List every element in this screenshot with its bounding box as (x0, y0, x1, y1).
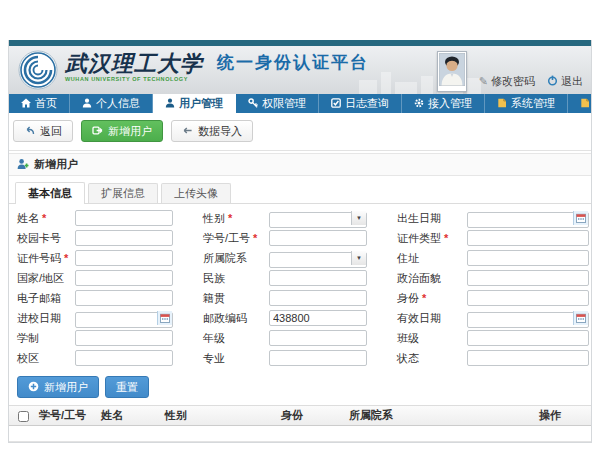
field-label-birth-date: 出生日期 (367, 209, 467, 227)
required-asterisk: * (64, 252, 68, 264)
column-header-1: 姓名 (97, 406, 161, 426)
field-label-id-type: 证件类型* (367, 229, 467, 247)
users-table: 学号/工号姓名性别身份所属院系操作 (9, 405, 591, 442)
field-label-schooling-length: 学制 (17, 329, 75, 347)
change-password-label: 修改密码 (491, 74, 535, 89)
birth-date-input[interactable] (467, 212, 589, 228)
field-label-status: 状态 (367, 349, 467, 367)
country-region-input[interactable] (75, 270, 173, 286)
platform-title: 统一身份认证平台 (217, 51, 369, 74)
log-check-icon (331, 98, 341, 110)
add-person-icon (17, 158, 29, 172)
nav-tab-label: 个人信息 (96, 96, 140, 111)
person-icon (82, 98, 92, 110)
id-number-input[interactable] (75, 250, 173, 266)
nav-tab-6[interactable]: 系统管理 (485, 94, 568, 113)
field-label-identity: 身份* (367, 289, 467, 307)
tab-2[interactable]: 上传头像 (161, 183, 231, 203)
calendar-icon (576, 311, 586, 326)
field-label-name: 姓名* (17, 209, 75, 227)
campus-card-no-input[interactable] (75, 230, 173, 246)
campus-input[interactable] (75, 350, 173, 366)
student-id-input[interactable] (269, 230, 367, 246)
field-label-campus-card-no: 校园卡号 (17, 229, 75, 247)
id-type-input[interactable] (467, 230, 589, 246)
empty-table-row (9, 426, 591, 442)
field-label-valid-date: 有效日期 (367, 309, 467, 327)
birth-date-calendar-button[interactable] (573, 211, 588, 225)
postal-code-input[interactable] (269, 310, 367, 326)
university-logo-icon (18, 50, 58, 94)
home-icon (21, 98, 31, 110)
chevron-down-icon[interactable]: ▼ (351, 211, 366, 225)
column-header-4: 所属院系 (345, 406, 535, 426)
entry-date-calendar-button[interactable] (157, 311, 172, 325)
valid-date-calendar-button[interactable] (573, 311, 588, 325)
required-asterisk: * (422, 292, 426, 304)
column-header-3: 身份 (277, 406, 345, 426)
book-icon (580, 98, 590, 110)
field-label-campus: 校区 (17, 349, 75, 367)
app-window: 武汉理工大学 WUHAN UNIVERSITY OF TECHNOLOGY 统一… (8, 40, 592, 443)
nav-tab-label: 首页 (35, 96, 57, 111)
nav-tab-1[interactable]: 个人信息 (70, 94, 153, 113)
toolbar: 返回 新增用户 数据导入 (9, 113, 591, 151)
select-all-checkbox[interactable] (18, 411, 29, 422)
status-input[interactable] (467, 350, 589, 366)
political-status-input[interactable] (467, 270, 589, 286)
nav-tab-5[interactable]: 接入管理 (402, 94, 485, 113)
ethnicity-input[interactable] (269, 270, 367, 286)
book-icon (497, 98, 507, 110)
identity-input[interactable] (467, 290, 589, 306)
data-import-button[interactable]: 数据导入 (171, 120, 253, 142)
name-input[interactable] (75, 210, 173, 226)
back-button[interactable]: 返回 (13, 120, 73, 142)
tab-0[interactable]: 基本信息 (15, 182, 85, 204)
logout-link[interactable]: 退出 (547, 74, 583, 89)
power-icon (547, 75, 558, 88)
change-password-link[interactable]: ✎ 修改密码 (479, 74, 535, 89)
reset-button[interactable]: 重置 (105, 376, 149, 398)
submit-add-user-button[interactable]: 新增用户 (17, 376, 99, 398)
address-input[interactable] (467, 250, 589, 266)
email-input[interactable] (75, 290, 173, 306)
field-label-address: 住址 (367, 249, 467, 267)
user-avatar (437, 51, 467, 92)
nav-tab-label: 日志查询 (345, 96, 389, 111)
nav-tab-label: 接入管理 (428, 96, 472, 111)
valid-date-input[interactable] (467, 312, 589, 328)
add-user-icon (92, 125, 103, 138)
nav-tab-3[interactable]: 权限管理 (236, 94, 319, 113)
field-label-postal-code: 邮政编码 (173, 309, 269, 327)
university-name-en: WUHAN UNIVERSITY OF TECHNOLOGY (65, 76, 203, 82)
field-label-entry-date: 进校日期 (17, 309, 75, 327)
schooling-length-input[interactable] (75, 330, 173, 346)
major-input[interactable] (269, 350, 367, 366)
page: 武汉理工大学 WUHAN UNIVERSITY OF TECHNOLOGY 统一… (0, 0, 600, 450)
form-tabs: 基本信息扩展信息上传头像 (9, 176, 591, 204)
person-icon (165, 98, 175, 110)
nav-tab-label: 用户管理 (179, 96, 223, 111)
tab-1[interactable]: 扩展信息 (88, 183, 158, 203)
required-asterisk: * (444, 232, 448, 244)
nav-tab-7[interactable]: 订阅管理 (568, 94, 600, 113)
field-label-country-region: 国家/地区 (17, 269, 75, 287)
class-input[interactable] (467, 330, 589, 346)
field-label-grade: 年级 (173, 329, 269, 347)
arrow-left-icon (182, 125, 193, 138)
add-user-toolbar-button[interactable]: 新增用户 (81, 120, 163, 142)
nav-tab-4[interactable]: 日志查询 (319, 94, 402, 113)
grade-input[interactable] (269, 330, 367, 346)
nav-tab-2[interactable]: 用户管理 (153, 94, 236, 113)
university-name: 武汉理工大学 (65, 51, 203, 75)
nav-tab-0[interactable]: 首页 (9, 94, 70, 113)
section-title: 新增用户 (34, 157, 78, 172)
required-asterisk: * (228, 212, 232, 224)
table-header-row: 学号/工号姓名性别身份所属院系操作 (9, 406, 591, 426)
circle-plus-icon (28, 381, 39, 394)
form-actions: 新增用户 重置 (9, 370, 591, 405)
native-place-input[interactable] (269, 290, 367, 306)
chevron-down-icon[interactable]: ▼ (351, 251, 366, 265)
back-arrow-icon (24, 125, 35, 138)
field-label-political-status: 政治面貌 (367, 269, 467, 287)
